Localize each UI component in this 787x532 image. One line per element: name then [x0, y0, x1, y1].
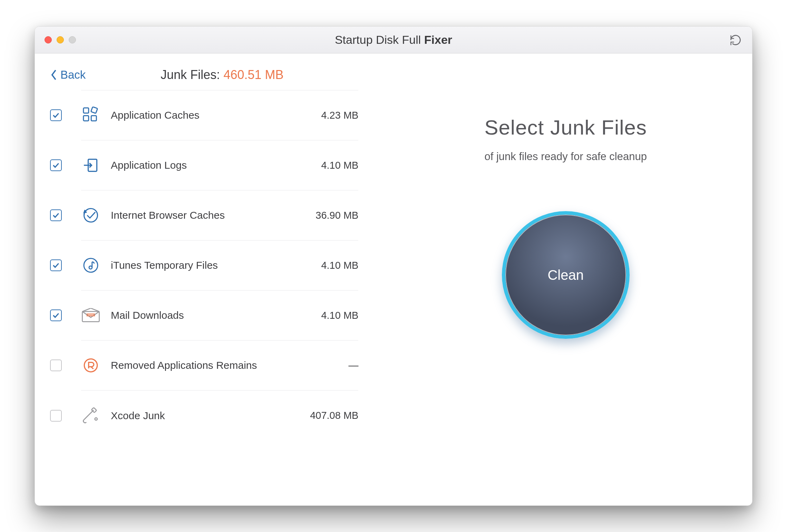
back-button[interactable]: Back [50, 68, 86, 81]
body: Back Junk Files: 460.51 MB Application C… [35, 53, 752, 505]
summary-label: Junk Files: [161, 68, 223, 82]
window-zoom-button[interactable] [69, 36, 76, 43]
apps-icon [81, 106, 100, 125]
svg-point-12 [84, 359, 97, 372]
junk-summary: Junk Files: 460.51 MB [86, 68, 358, 82]
left-header: Back Junk Files: 460.51 MB [50, 61, 358, 89]
checkbox[interactable] [50, 309, 62, 321]
xcode-icon [81, 406, 100, 425]
item-size: 36.90 MB [300, 210, 358, 221]
list-item[interactable]: Application Caches 4.23 MB [81, 90, 358, 140]
junk-list: Application Caches 4.23 MB Application L… [81, 90, 358, 441]
list-item[interactable]: Internet Browser Caches 36.90 MB [81, 190, 358, 240]
window-title-bold: Fixer [424, 33, 452, 46]
summary-size: 460.51 MB [223, 68, 283, 82]
checkbox[interactable] [50, 159, 62, 171]
refresh-button[interactable] [729, 33, 742, 47]
checkbox[interactable] [50, 109, 62, 121]
left-panel: Back Junk Files: 460.51 MB Application C… [35, 53, 379, 505]
window-close-button[interactable] [45, 36, 52, 43]
checkbox[interactable] [50, 410, 62, 422]
back-label: Back [60, 68, 86, 81]
checkbox[interactable] [50, 259, 62, 271]
svg-point-6 [84, 209, 98, 222]
browser-icon [81, 206, 100, 225]
list-item[interactable]: Application Logs 4.10 MB [81, 140, 358, 190]
log-icon [81, 156, 100, 175]
item-label: Internet Browser Caches [111, 209, 300, 221]
svg-point-14 [95, 417, 97, 420]
removed-icon [81, 356, 100, 375]
item-label: Application Logs [111, 159, 300, 171]
svg-point-8 [89, 266, 92, 269]
item-label: Xcode Junk [111, 410, 300, 422]
item-size: 4.23 MB [300, 110, 358, 121]
chevron-left-icon [50, 69, 58, 81]
list-item[interactable]: Removed Applications Remains — [81, 341, 358, 391]
svg-rect-3 [91, 107, 97, 113]
window-minimize-button[interactable] [57, 36, 64, 43]
item-label: iTunes Temporary Files [111, 259, 300, 271]
item-size: 4.10 MB [300, 260, 358, 271]
item-label: Removed Applications Remains [111, 359, 300, 371]
traffic-lights [45, 36, 76, 43]
svg-rect-2 [91, 116, 96, 121]
app-window: Startup Disk Full Fixer Back Junk Files:… [35, 26, 752, 506]
clean-button[interactable]: Clean [502, 211, 630, 339]
list-item[interactable]: iTunes Temporary Files 4.10 MB [81, 240, 358, 290]
item-size: 4.10 MB [300, 310, 358, 321]
music-icon [81, 256, 100, 275]
mail-icon [81, 306, 100, 325]
select-subtitle: of junk files ready for safe cleanup [485, 150, 647, 163]
checkbox[interactable] [50, 209, 62, 221]
svg-point-7 [84, 258, 98, 272]
item-size: — [300, 360, 358, 371]
list-item[interactable]: Mail Downloads 4.10 MB [81, 290, 358, 341]
clean-label: Clean [547, 267, 584, 283]
refresh-icon [729, 34, 742, 46]
item-size: 407.08 MB [300, 410, 358, 421]
window-title: Startup Disk Full Fixer [335, 33, 452, 47]
item-size: 4.10 MB [300, 160, 358, 171]
checkbox[interactable] [50, 359, 62, 371]
titlebar: Startup Disk Full Fixer [35, 27, 752, 53]
right-panel: Select Junk Files of junk files ready fo… [379, 53, 752, 505]
list-item[interactable]: Xcode Junk 407.08 MB [81, 391, 358, 441]
item-label: Application Caches [111, 109, 300, 121]
svg-rect-0 [84, 108, 89, 113]
select-title: Select Junk Files [484, 116, 647, 139]
svg-rect-1 [84, 116, 89, 121]
item-label: Mail Downloads [111, 309, 300, 321]
window-title-prefix: Startup Disk Full [335, 33, 424, 46]
